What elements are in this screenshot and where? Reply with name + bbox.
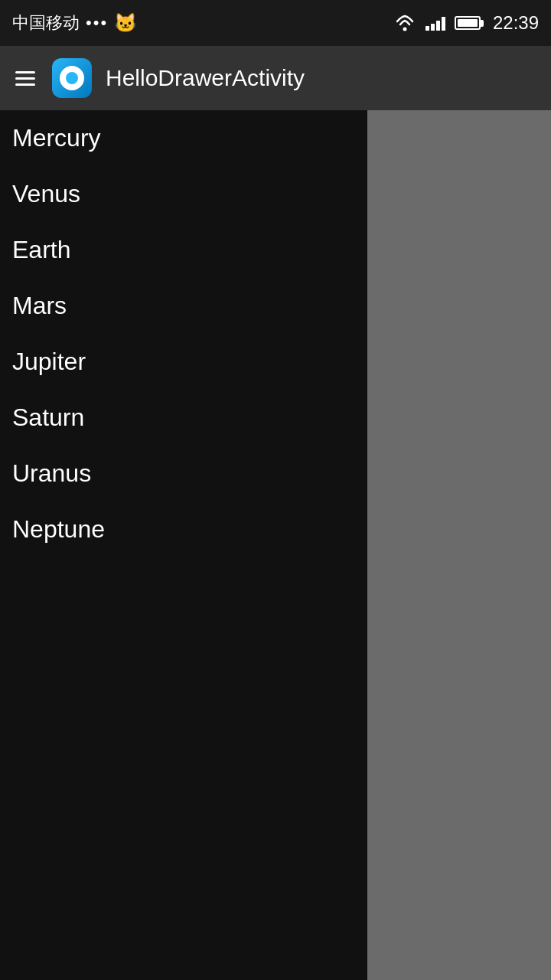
svg-point-0 — [403, 28, 406, 31]
app-title: HelloDrawerActivity — [106, 65, 305, 91]
planet-item[interactable]: Earth — [0, 222, 367, 278]
planet-item[interactable]: Venus — [0, 166, 367, 222]
status-bar: 中国移动 ••• 🐱 22:39 — [0, 0, 551, 46]
hamburger-menu-button[interactable] — [12, 68, 38, 89]
battery-icon — [455, 16, 484, 30]
carrier-text: 中国移动 — [12, 11, 80, 34]
planet-list: MercuryVenusEarthMarsJupiterSaturnUranus… — [0, 110, 367, 557]
cat-icon: 🐱 — [114, 12, 137, 34]
status-dots: ••• — [86, 13, 108, 33]
main-content: MercuryVenusEarthMarsJupiterSaturnUranus… — [0, 110, 551, 980]
app-icon — [52, 58, 92, 98]
planet-item[interactable]: Mars — [0, 278, 367, 334]
status-right: 22:39 — [393, 12, 539, 34]
drawer-panel: MercuryVenusEarthMarsJupiterSaturnUranus… — [0, 110, 367, 980]
signal-icon — [425, 15, 445, 31]
planet-item[interactable]: Saturn — [0, 390, 367, 446]
status-left: 中国移动 ••• 🐱 — [12, 11, 137, 34]
wifi-icon — [393, 15, 416, 31]
planet-item[interactable]: Mercury — [0, 110, 367, 166]
planet-item[interactable]: Jupiter — [0, 334, 367, 390]
planet-item[interactable]: Neptune — [0, 501, 367, 557]
app-icon-inner — [60, 66, 84, 90]
status-time: 22:39 — [493, 12, 539, 34]
app-icon-dot — [66, 72, 78, 84]
app-bar: HelloDrawerActivity — [0, 46, 551, 110]
planet-item[interactable]: Uranus — [0, 446, 367, 501]
content-panel — [367, 110, 551, 980]
